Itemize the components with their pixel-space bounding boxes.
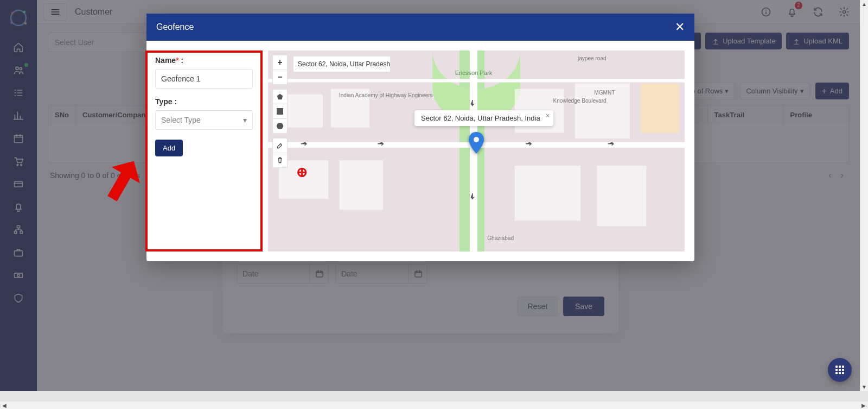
- geofence-modal: Geofence ✕ Name* : Type : Select Type ▾ …: [146, 14, 694, 261]
- geofence-type-select[interactable]: Select Type ▾: [155, 110, 253, 130]
- svg-text:MGMNT: MGMNT: [594, 90, 615, 96]
- type-label: Type :: [155, 97, 253, 106]
- geofence-name-input[interactable]: [155, 69, 253, 89]
- svg-rect-28: [641, 84, 679, 133]
- svg-point-44: [277, 123, 283, 129]
- svg-text:Indian Academy of Highway Engi: Indian Academy of Highway Engineers: [339, 92, 433, 98]
- svg-text:Ericsson Park: Ericsson Park: [455, 70, 493, 76]
- geofence-add-button[interactable]: Add: [155, 140, 183, 156]
- delete-tool-icon[interactable]: [272, 153, 288, 168]
- horizontal-scrollbar[interactable]: ◀▶: [0, 401, 868, 409]
- map-pin-icon[interactable]: [469, 132, 484, 156]
- svg-text:jaypee road: jaypee road: [577, 55, 607, 61]
- close-icon[interactable]: ✕: [675, 20, 685, 34]
- edit-tool-icon[interactable]: [272, 138, 288, 153]
- apps-fab-button[interactable]: [828, 358, 852, 382]
- map-search-input[interactable]: Sector 62, Noida, Uttar Pradesh, I: [293, 56, 391, 72]
- grid-icon: [835, 366, 844, 374]
- map-tooltip: Sector 62, Noida, Uttar Pradesh, India ×: [414, 110, 553, 126]
- svg-rect-30: [339, 160, 383, 210]
- svg-rect-43: [277, 108, 283, 115]
- vertical-scrollbar[interactable]: ▲▼: [860, 0, 868, 391]
- tooltip-close-icon[interactable]: ×: [546, 111, 550, 120]
- zoom-out-icon[interactable]: −: [272, 70, 288, 85]
- name-label: Name* :: [155, 56, 253, 65]
- zoom-in-icon[interactable]: +: [272, 55, 288, 70]
- svg-text:Knowledge Boulevard: Knowledge Boulevard: [553, 98, 606, 104]
- circle-tool-icon[interactable]: [272, 118, 288, 134]
- geofence-form: Name* : Type : Select Type ▾ Add: [145, 51, 263, 251]
- modal-title: Geofence: [156, 22, 194, 32]
- geofence-map[interactable]: Ericsson Park Indian Academy of Highway …: [268, 51, 685, 251]
- polygon-tool-icon[interactable]: [272, 89, 288, 104]
- chevron-down-icon: ▾: [243, 116, 247, 124]
- svg-marker-42: [277, 94, 283, 100]
- svg-rect-32: [597, 166, 646, 226]
- svg-rect-31: [515, 166, 580, 221]
- svg-point-45: [474, 137, 479, 142]
- map-tools: + −: [272, 55, 288, 167]
- svg-text:Ghaziabad: Ghaziabad: [487, 235, 514, 241]
- rectangle-tool-icon[interactable]: [272, 104, 288, 119]
